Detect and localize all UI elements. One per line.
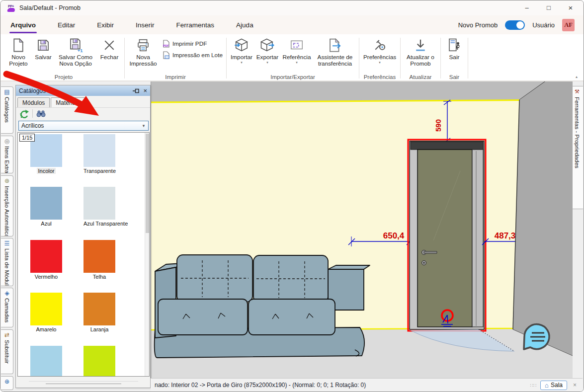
materials-scrollbar[interactable] (145, 133, 149, 377)
impressao-em-lote-button[interactable]: Impressão em Lote (162, 51, 223, 59)
replace-icon: ⇄ (4, 332, 9, 338)
novo-projeto-button[interactable]: Novo Projeto (5, 37, 31, 68)
sidebar-tab-lista-de-modulos[interactable]: ☰ Lista de Módulos (1, 238, 13, 286)
sala-view-tab[interactable]: ⌂ Sala (540, 381, 567, 390)
salvar-como-button[interactable]: +1 Salvar Como Nova Opção (55, 37, 96, 68)
salvar-button[interactable]: Salvar (32, 37, 54, 62)
close-button[interactable]: × (560, 0, 582, 15)
material-item[interactable]: Amarelo (30, 293, 62, 332)
sidebar-tab-catalogos[interactable]: ▤ Catálogos (1, 86, 13, 134)
ribbon-toolbar: Novo Projeto Salvar +1 Salvar Como Nova … (0, 34, 584, 81)
assistente-transferencia-button[interactable]: Assistente de transferência (314, 37, 356, 68)
material-swatch[interactable] (83, 187, 115, 220)
tab-modulos[interactable]: Módulos (17, 97, 50, 107)
tab-materiais[interactable]: Materiais (51, 97, 85, 107)
sair-button[interactable]: Sair (443, 37, 465, 62)
sidebar-tab-substituir[interactable]: ⇄ Substituir (1, 329, 13, 374)
preferencias-button[interactable]: Preferências ▾ (362, 37, 398, 65)
door[interactable] (408, 140, 486, 331)
page-indicator-tooltip: 1/15 (19, 134, 35, 142)
transfer-wizard-icon (328, 38, 342, 53)
pin-icon[interactable] (133, 88, 139, 93)
material-swatch[interactable] (30, 187, 62, 220)
pdf-icon: PDF (162, 40, 170, 48)
sidebar-tab-insercao-automatica[interactable]: ⊛ Inserção Automática (1, 175, 13, 236)
material-item[interactable]: Incolor (30, 134, 62, 174)
panel-resize-handle[interactable] (16, 378, 150, 388)
ribbon-group-imprimir: Nova Impressão PDF Imprimir PDF Impressã… (125, 36, 226, 80)
save-as-icon: +1 (68, 38, 83, 53)
group-label-importar-exportar: Importar/Exportar (227, 74, 358, 80)
app-window: PP+ Sala/Default - Promob – □ × Arquivo … (0, 0, 584, 392)
refresh-catalog-icon[interactable] (19, 109, 29, 118)
chat-bubble-button[interactable] (524, 324, 549, 349)
sidebar-tab-itens-extras[interactable]: ◎ Itens Extras (1, 136, 13, 173)
imprimir-pdf-button[interactable]: PDF Imprimir PDF (162, 40, 223, 48)
ribbon-group-projeto: Novo Projeto Salvar +1 Salvar Como Nova … (3, 36, 124, 80)
material-swatch[interactable] (83, 240, 115, 273)
menu-inserir[interactable]: Inserir (135, 19, 156, 31)
catalog-panel: Catálogos × Módulos Materiais Acrílicos … (15, 85, 151, 388)
layers-icon: ◈ (4, 290, 9, 297)
menu-arquivo[interactable]: Arquivo (9, 19, 37, 31)
paperclip-icon: ◎ (4, 138, 9, 145)
user-avatar[interactable]: AF (562, 19, 575, 31)
tools-properties-icon: ⚒ (575, 88, 580, 95)
chevron-down-icon: ▾ (379, 61, 381, 64)
material-item[interactable] (83, 346, 115, 377)
material-item[interactable] (30, 346, 62, 377)
group-label-sair: Sair (441, 74, 467, 80)
menu-exibir[interactable]: Exibir (96, 19, 115, 31)
nova-impressao-button[interactable]: Nova Impressão (127, 37, 159, 68)
minimize-button[interactable]: – (516, 0, 538, 15)
ribbon-collapse-icon[interactable]: ▴ (576, 75, 578, 79)
fechar-button[interactable]: Fechar (97, 37, 122, 62)
view-tab-close-icon[interactable]: × (571, 382, 579, 389)
menu-ferramentas[interactable]: Ferramentas (175, 19, 216, 31)
sidebar-tab-partial[interactable]: ⊕ (1, 376, 13, 390)
referencia-button[interactable]: Referência ▾ (281, 37, 313, 65)
catalog-icon: ▤ (4, 89, 9, 95)
material-swatch[interactable] (30, 346, 62, 377)
house-icon: ⌂ (545, 382, 549, 389)
catalog-panel-tabs: Módulos Materiais (16, 96, 150, 107)
maximize-button[interactable]: □ (538, 0, 560, 15)
search-binoculars-icon[interactable] (36, 110, 46, 117)
material-item[interactable]: Vermelho (30, 240, 62, 280)
importar-button[interactable]: Importar ▾ (229, 37, 254, 65)
exportar-button[interactable]: Exportar ▾ (255, 37, 280, 65)
material-swatch[interactable] (30, 293, 62, 325)
sofa[interactable] (155, 255, 370, 358)
novo-promob-toggle[interactable] (505, 20, 525, 30)
catalog-toolbar (16, 107, 150, 119)
panel-close-icon[interactable]: × (143, 87, 147, 94)
atualizar-promob-button[interactable]: Atualizar o Promob (403, 37, 438, 68)
material-item[interactable]: Azul Transparente (83, 187, 115, 227)
material-swatch[interactable] (83, 293, 115, 325)
sala-tab-label: Sala (551, 382, 563, 389)
category-dropdown[interactable]: Acrílicos ▾ (18, 121, 149, 131)
title-bar: PP+ Sala/Default - Promob – □ × (0, 0, 584, 15)
material-item[interactable]: Azul (30, 187, 62, 227)
tools-icon (372, 38, 387, 53)
novo-promob-label: Novo Promob (458, 21, 498, 29)
material-item[interactable]: Laranja (83, 293, 115, 332)
material-swatch[interactable] (83, 134, 115, 167)
main-area: ▤ Catálogos ◎ Itens Extras ⊛ Inserção Au… (0, 81, 584, 392)
auto-insert-icon: ⊛ (4, 178, 9, 184)
import-cube-icon (234, 38, 249, 53)
resize-grip-icon[interactable]: ∷∷ (530, 383, 536, 388)
printer-icon (136, 38, 151, 53)
scrollbar-thumb[interactable] (146, 134, 149, 233)
material-swatch[interactable] (30, 134, 62, 167)
menu-ajuda[interactable]: Ajuda (235, 19, 254, 31)
menu-editar[interactable]: Editar (57, 19, 76, 31)
material-swatch[interactable] (30, 240, 62, 273)
3d-viewport[interactable]: 650,4 590 (151, 81, 572, 378)
material-item[interactable]: Telha (83, 240, 115, 280)
catalog-panel-title: Catálogos (19, 87, 46, 94)
sidebar-tab-camadas[interactable]: ◈ Camadas (1, 288, 13, 327)
material-swatch[interactable] (83, 346, 115, 377)
material-item[interactable]: Transparente (83, 134, 115, 174)
user-label[interactable]: Usuário (532, 21, 555, 29)
